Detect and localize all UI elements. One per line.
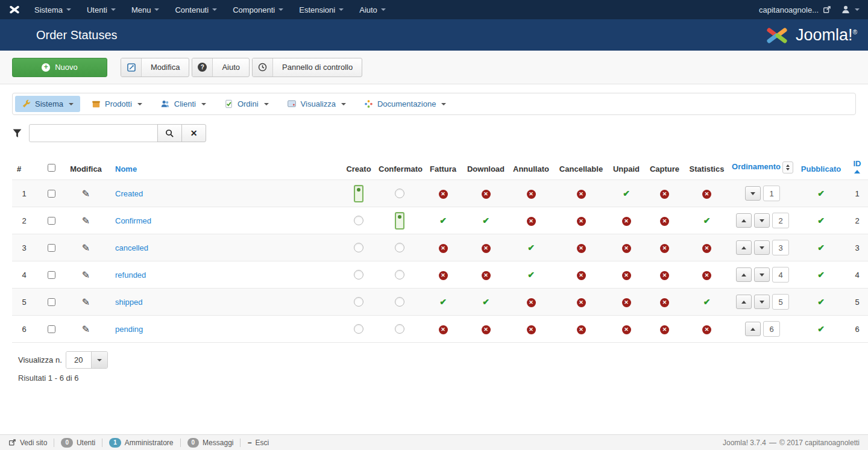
order-down-button[interactable]: [754, 240, 770, 255]
order-down-button[interactable]: [745, 186, 761, 201]
row-checkbox[interactable]: [48, 217, 55, 225]
edit-pencil-icon[interactable]: ✎: [82, 188, 90, 199]
edit-pencil-icon[interactable]: ✎: [82, 269, 90, 281]
users-link[interactable]: 0 Utenti: [54, 438, 102, 448]
status-name-link[interactable]: Confirmed: [115, 216, 151, 225]
view-site-link[interactable]: Vedi sito: [8, 439, 54, 447]
order-value-input[interactable]: [763, 321, 780, 337]
logout-icon: −: [247, 439, 251, 447]
confermato-radio[interactable]: [395, 324, 404, 334]
row-checkbox[interactable]: [48, 298, 55, 306]
topbar-menu-label: Contenuti: [175, 5, 209, 14]
order-up-button[interactable]: [745, 322, 761, 336]
toolbar: + Nuovo Modifica ? Aiuto Pannello di con…: [0, 51, 868, 84]
creato-radio[interactable]: [354, 185, 363, 202]
order-value-input[interactable]: [763, 186, 780, 201]
confermato-radio[interactable]: [395, 243, 404, 252]
site-preview-link[interactable]: capitanoagnole...: [759, 5, 831, 14]
search-button[interactable]: [157, 124, 182, 142]
status-name-link[interactable]: pending: [115, 325, 143, 334]
order-down-button[interactable]: [754, 213, 770, 228]
published-check-icon[interactable]: ✔: [817, 270, 825, 280]
nav-item-sistema[interactable]: Sistema: [15, 96, 80, 112]
creato-radio[interactable]: [354, 216, 363, 225]
logout-link[interactable]: − Esci: [241, 439, 275, 447]
order-down-button[interactable]: [754, 295, 770, 309]
order-up-button[interactable]: [736, 213, 752, 228]
row-id: 1: [846, 180, 868, 207]
admins-link[interactable]: 1 Amministratore: [102, 438, 180, 448]
order-value-input[interactable]: [772, 213, 789, 228]
creato-radio[interactable]: [354, 324, 363, 334]
nav-item-prodotti[interactable]: Prodotti: [85, 96, 149, 112]
row-number: 5: [12, 289, 36, 316]
creato-radio[interactable]: [354, 297, 363, 307]
status-name-link[interactable]: refunded: [115, 270, 146, 280]
sort-published-link[interactable]: Pubblicato: [801, 164, 841, 173]
search-input[interactable]: [29, 124, 158, 142]
published-check-icon[interactable]: ✔: [817, 243, 825, 252]
edit-pencil-icon[interactable]: ✎: [82, 296, 90, 308]
edit-button[interactable]: Modifica: [121, 58, 189, 77]
topbar-menu-estensioni[interactable]: Estensioni: [291, 0, 351, 19]
row-checkbox[interactable]: [48, 271, 55, 279]
status-name-link[interactable]: cancelled: [115, 243, 148, 252]
chevron-down-icon: [441, 103, 446, 105]
table-row: 6✎pending✕✕✕✕✕✕✕✔6: [12, 316, 868, 343]
header-cancellable: Cancellable: [555, 151, 608, 180]
order-up-button[interactable]: [736, 240, 752, 255]
published-check-icon[interactable]: ✔: [817, 216, 825, 225]
user-menu[interactable]: [841, 5, 860, 14]
order-down-button[interactable]: [754, 267, 770, 282]
nav-item-documentazione[interactable]: Documentazione: [357, 96, 453, 112]
order-value-input[interactable]: [772, 294, 789, 310]
topbar-menu-menu[interactable]: Menu: [124, 0, 168, 19]
topbar-menu-sistema[interactable]: Sistema: [27, 0, 79, 19]
nav-item-clienti[interactable]: Clienti: [154, 96, 213, 112]
nav-item-ordini[interactable]: Ordini: [218, 96, 275, 112]
status-name-link[interactable]: shipped: [115, 298, 143, 307]
published-check-icon[interactable]: ✔: [817, 324, 825, 334]
sort-ordering-link[interactable]: Ordinamento: [732, 162, 781, 171]
edit-pencil-icon[interactable]: ✎: [82, 242, 90, 254]
topbar-menu-contenuti[interactable]: Contenuti: [167, 0, 225, 19]
confermato-radio[interactable]: [395, 212, 404, 230]
clear-button[interactable]: ✕: [181, 124, 206, 142]
sort-nome-link[interactable]: Nome: [115, 164, 137, 173]
confermato-radio[interactable]: [395, 270, 404, 280]
control-panel-button[interactable]: Pannello di controllo: [252, 58, 362, 77]
order-up-button[interactable]: [736, 295, 752, 309]
status-bar: Vedi sito 0 Utenti 1 Amministratore 0 Me…: [0, 434, 868, 450]
header-fattura: Fattura: [422, 151, 464, 180]
sort-toggle-icon[interactable]: [782, 161, 793, 173]
confermato-radio[interactable]: [395, 297, 404, 307]
row-checkbox[interactable]: [48, 190, 55, 198]
edit-pencil-icon[interactable]: ✎: [82, 323, 90, 335]
creato-radio[interactable]: [354, 243, 363, 252]
order-value-input[interactable]: [772, 267, 789, 283]
help-button[interactable]: ? Aiuto: [192, 58, 250, 77]
status-name-link[interactable]: Created: [115, 189, 143, 198]
row-checkbox[interactable]: [48, 244, 55, 252]
sort-id-link[interactable]: ID: [854, 159, 861, 168]
nav-item-label: Sistema: [35, 99, 63, 108]
select-all-checkbox[interactable]: [48, 164, 55, 172]
order-value-input[interactable]: [772, 240, 789, 255]
published-check-icon[interactable]: ✔: [817, 189, 825, 198]
confermato-radio[interactable]: [395, 189, 404, 198]
creato-radio[interactable]: [354, 270, 363, 280]
topbar-menu-componenti[interactable]: Componenti: [225, 0, 291, 19]
topbar-menu-utenti[interactable]: Utenti: [79, 0, 124, 19]
help-button-label: Aiuto: [213, 63, 249, 72]
cross-icon: ✕: [660, 298, 669, 307]
new-button[interactable]: + Nuovo: [12, 58, 107, 77]
edit-pencil-icon[interactable]: ✎: [82, 215, 90, 227]
row-checkbox[interactable]: [48, 325, 55, 333]
nav-item-visualizza[interactable]: Visualizza: [280, 96, 353, 112]
published-check-icon[interactable]: ✔: [817, 297, 825, 307]
display-count-select[interactable]: 20: [66, 351, 108, 369]
cross-icon: ✕: [577, 298, 586, 307]
topbar-menu-aiuto[interactable]: Aiuto: [351, 0, 394, 19]
messages-link[interactable]: 0 Messaggi: [181, 438, 241, 448]
order-up-button[interactable]: [736, 267, 752, 282]
